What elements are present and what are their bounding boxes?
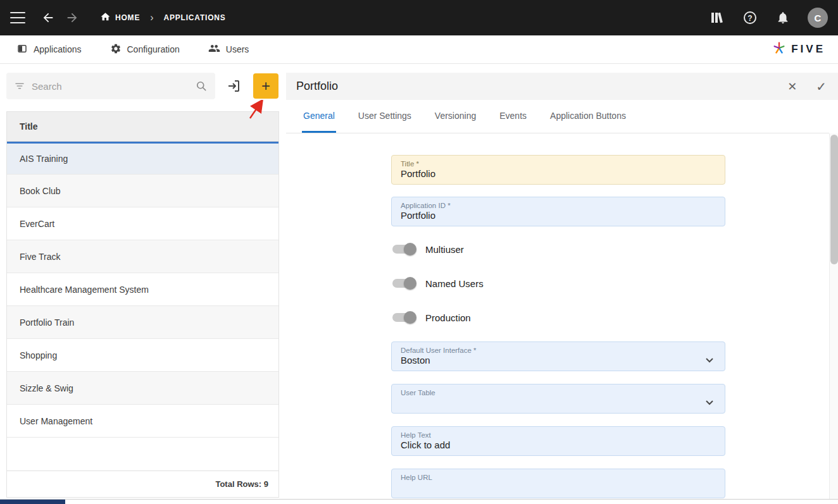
column-header-title[interactable]: Title bbox=[7, 112, 278, 142]
help-text-label: Help Text bbox=[401, 431, 716, 439]
users-icon bbox=[208, 42, 220, 56]
multiuser-toggle-row: Multiuser bbox=[391, 242, 725, 257]
svg-text:?: ? bbox=[747, 14, 752, 23]
list-item-label: AIS Training bbox=[20, 154, 68, 164]
named-users-toggle[interactable] bbox=[392, 279, 415, 288]
bottom-divider bbox=[0, 499, 838, 500]
list-item[interactable]: Healthcare Management System bbox=[7, 273, 278, 306]
user-table-select[interactable]: User Table bbox=[391, 384, 725, 414]
breadcrumb-home[interactable]: HOME bbox=[100, 11, 140, 25]
five-logo: FIVE bbox=[772, 41, 825, 58]
list-item-label: Shopping bbox=[20, 350, 57, 360]
list-item[interactable]: Book Club bbox=[7, 175, 278, 207]
chevron-down-icon bbox=[706, 354, 713, 366]
detail-tab[interactable]: Application Buttons bbox=[549, 100, 627, 133]
user-avatar[interactable]: C bbox=[808, 8, 828, 28]
menu-icon[interactable] bbox=[10, 12, 25, 23]
title-field-value: Portfolio bbox=[401, 168, 716, 180]
list-item[interactable]: EverCart bbox=[7, 207, 278, 240]
multiuser-toggle-label: Multiuser bbox=[425, 244, 464, 255]
detail-header-actions: ✕ ✓ bbox=[787, 80, 827, 93]
tab-configuration[interactable]: Configuration bbox=[110, 43, 180, 56]
user-table-label: User Table bbox=[401, 389, 716, 396]
default-user-interface-select[interactable]: Default User Interface * Boston bbox=[391, 341, 725, 371]
record-title: Portfolio bbox=[296, 80, 338, 93]
table-empty-space bbox=[7, 438, 278, 470]
named-users-toggle-row: Named Users bbox=[391, 276, 725, 291]
list-item[interactable]: Sizzle & Swig bbox=[7, 372, 278, 405]
topbar-actions: ? C bbox=[709, 8, 828, 28]
search-input[interactable] bbox=[32, 81, 195, 92]
list-item[interactable]: Five Track bbox=[7, 240, 278, 273]
production-toggle[interactable] bbox=[392, 313, 415, 322]
detail-tab[interactable]: Versioning bbox=[434, 100, 477, 133]
applications-icon bbox=[16, 43, 28, 56]
detail-tab-label: Versioning bbox=[435, 111, 476, 121]
list-item[interactable]: AIS Training bbox=[7, 142, 278, 175]
title-field-label: Title * bbox=[401, 160, 716, 168]
user-table-value bbox=[401, 397, 716, 409]
scrollbar-thumb[interactable] bbox=[830, 135, 838, 264]
help-text-value: Click to add bbox=[401, 439, 716, 451]
help-url-field[interactable]: Help URL bbox=[391, 469, 725, 498]
five-logo-star-icon bbox=[772, 41, 786, 58]
detail-tab-label: Events bbox=[499, 111, 527, 121]
tab-users-label: Users bbox=[226, 44, 249, 54]
breadcrumb-applications[interactable]: APPLICATIONS bbox=[164, 13, 226, 22]
toggle-knob bbox=[404, 243, 416, 255]
home-icon bbox=[100, 11, 111, 25]
list-item-label: Sizzle & Swig bbox=[20, 383, 73, 393]
named-users-toggle-label: Named Users bbox=[425, 278, 484, 289]
list-item-label: Healthcare Management System bbox=[20, 285, 149, 295]
application-id-field-label: Application ID * bbox=[401, 202, 716, 209]
filter-icon[interactable] bbox=[14, 80, 25, 92]
help-icon[interactable]: ? bbox=[742, 9, 758, 26]
tab-applications[interactable]: Applications bbox=[16, 43, 82, 56]
detail-tab-label: User Settings bbox=[358, 111, 411, 121]
tab-applications-label: Applications bbox=[34, 44, 82, 54]
back-arrow-icon[interactable] bbox=[41, 10, 56, 25]
list-item-label: Portfolio Train bbox=[20, 317, 74, 328]
general-tab-form: Title * Portfolio Application ID * Portf… bbox=[286, 133, 829, 500]
search-icon[interactable] bbox=[195, 80, 208, 92]
open-record-button[interactable] bbox=[222, 73, 247, 99]
list-item-label: EverCart bbox=[20, 219, 54, 229]
multiuser-toggle[interactable] bbox=[392, 245, 415, 254]
applications-table: Title AIS TrainingBook ClubEverCartFive … bbox=[6, 111, 279, 498]
detail-header: Portfolio ✕ ✓ bbox=[286, 73, 838, 100]
list-toolbar: + bbox=[6, 73, 279, 99]
add-application-button[interactable]: + bbox=[253, 73, 278, 99]
detail-tab[interactable]: Events bbox=[498, 100, 528, 133]
list-item[interactable]: User Management bbox=[7, 405, 278, 438]
close-icon[interactable]: ✕ bbox=[787, 81, 797, 92]
application-id-field[interactable]: Application ID * Portfolio bbox=[391, 197, 725, 226]
save-check-icon[interactable]: ✓ bbox=[816, 80, 827, 93]
toggle-knob bbox=[404, 311, 416, 324]
toggle-knob bbox=[404, 277, 416, 290]
detail-tab[interactable]: User Settings bbox=[357, 100, 413, 133]
forward-arrow-icon[interactable] bbox=[65, 10, 80, 25]
breadcrumb-home-label: HOME bbox=[115, 13, 140, 22]
five-logo-text: FIVE bbox=[791, 43, 825, 56]
default-user-interface-label: Default User Interface * bbox=[401, 347, 716, 354]
list-item[interactable]: Shopping bbox=[7, 339, 278, 372]
applications-list-panel: + Title AIS TrainingBook ClubEverCartFiv… bbox=[6, 73, 279, 498]
list-item-label: Five Track bbox=[20, 252, 61, 262]
total-rows-label: Total Rows: 9 bbox=[7, 470, 278, 497]
help-url-value bbox=[401, 482, 716, 493]
title-field[interactable]: Title * Portfolio bbox=[391, 155, 725, 185]
list-item-label: User Management bbox=[20, 416, 92, 426]
list-item[interactable]: Portfolio Train bbox=[7, 306, 278, 339]
production-toggle-row: Production bbox=[391, 310, 725, 325]
documentation-library-icon[interactable] bbox=[709, 9, 725, 26]
tab-configuration-label: Configuration bbox=[127, 44, 180, 54]
tab-users[interactable]: Users bbox=[208, 42, 249, 56]
list-item-label: Book Club bbox=[20, 186, 61, 196]
vertical-scrollbar[interactable] bbox=[829, 133, 838, 500]
production-toggle-label: Production bbox=[425, 312, 471, 323]
notifications-bell-icon[interactable] bbox=[775, 9, 791, 26]
search-field[interactable] bbox=[6, 73, 215, 99]
help-text-field[interactable]: Help Text Click to add bbox=[391, 426, 725, 456]
detail-tab[interactable]: General bbox=[302, 100, 336, 133]
chevron-down-icon bbox=[706, 396, 713, 408]
